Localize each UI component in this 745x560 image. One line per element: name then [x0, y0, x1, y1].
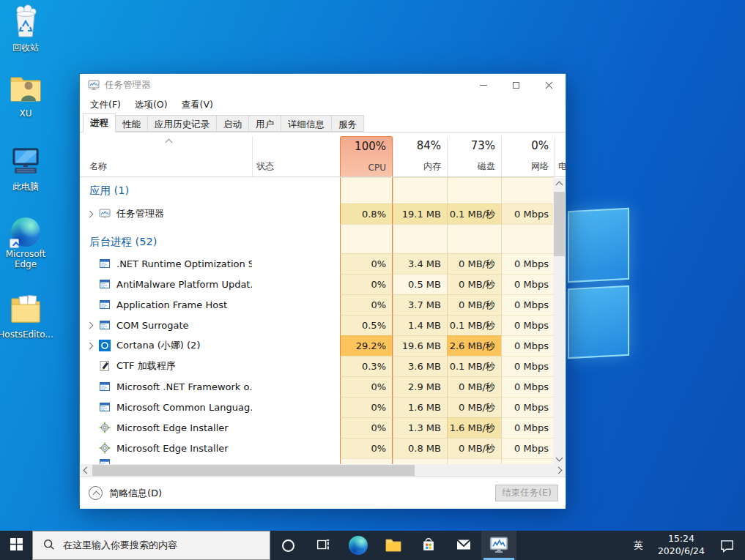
- name-cell: 应用 (1): [80, 177, 252, 204]
- status-cell: [252, 438, 340, 458]
- heat-cell-net: [501, 177, 555, 204]
- scroll-down-icon[interactable]: [556, 455, 563, 462]
- heat-cell-net: 0 Mbps: [501, 253, 555, 274]
- column-header-power-partial[interactable]: 电: [555, 136, 567, 176]
- heat-cell-mem: 1.3 MB: [393, 417, 447, 438]
- group-header-row[interactable]: 后台进程 (52): [80, 224, 555, 253]
- column-header-memory[interactable]: 84% 内存: [393, 136, 447, 176]
- process-row[interactable]: AntiMalware Platform Updat...0%0.5 MB0 M…: [80, 274, 555, 294]
- menu-options[interactable]: 选项(O): [135, 99, 168, 111]
- menu-view[interactable]: 查看(V): [182, 99, 213, 111]
- task-manager-taskbar-button[interactable]: [481, 531, 516, 560]
- partial-process-row: [80, 458, 555, 464]
- maximize-button[interactable]: [500, 74, 533, 96]
- desktop-icon-microsoft-edge[interactable]: Microsoft Edge: [0, 217, 51, 270]
- cortana-icon: [99, 340, 111, 351]
- store-taskbar-button[interactable]: [411, 531, 446, 560]
- menu-file[interactable]: 文件(F): [90, 99, 121, 111]
- heat-cell-net: 0 Mbps: [501, 335, 555, 356]
- tab-6[interactable]: 服务: [331, 115, 364, 132]
- expander-chevron-icon[interactable]: [86, 210, 94, 217]
- minimize-button[interactable]: [467, 74, 500, 96]
- end-task-button[interactable]: 结束任务(E): [495, 485, 558, 501]
- column-header-cpu[interactable]: 100% CPU: [340, 136, 393, 176]
- tab-strip: 进程性能应用历史记录启动用户详细信息服务: [80, 113, 566, 132]
- process-name: Microsoft Common Languag...: [116, 402, 252, 413]
- window-icon: [99, 278, 111, 290]
- scroll-up-icon[interactable]: [556, 182, 563, 189]
- windows-logo-icon: [10, 538, 23, 553]
- edge-icon: [11, 217, 40, 247]
- process-name: COM Surrogate: [116, 320, 189, 331]
- process-row[interactable]: COM Surrogate0.5%1.4 MB0.1 MB/秒0 Mbps: [80, 315, 555, 335]
- cortana-taskbar-button[interactable]: [270, 531, 305, 560]
- desktop-icon-recycle-bin[interactable]: 回收站: [0, 4, 51, 53]
- taskbar-clock[interactable]: 15:24 2020/6/24: [652, 533, 711, 558]
- heat-cell-mem: 0.8 MB: [393, 438, 447, 458]
- heat-cell-net: 0 Mbps: [501, 376, 555, 397]
- desktop-icon-this-pc[interactable]: 此电脑: [0, 145, 51, 192]
- tab-3[interactable]: 启动: [216, 115, 249, 132]
- tab-1[interactable]: 性能: [115, 115, 148, 132]
- tab-5[interactable]: 详细信息: [281, 115, 332, 132]
- file-explorer-taskbar-button[interactable]: [376, 531, 411, 560]
- clock-time: 15:24: [658, 533, 705, 545]
- process-row[interactable]: Microsoft Edge Installer0%0.8 MB0 MB/秒0 …: [80, 438, 555, 458]
- name-cell: Microsoft Edge Installer: [80, 417, 252, 438]
- action-center-button[interactable]: [711, 538, 745, 553]
- fewer-details-toggle[interactable]: 简略信息(D): [89, 486, 162, 500]
- process-row[interactable]: .NET Runtime Optimization S...0%3.4 MB0 …: [80, 253, 555, 274]
- desktop-icon-user-folder[interactable]: XU: [0, 73, 51, 119]
- process-row[interactable]: Microsoft Common Languag...0%1.6 MB0 MB/…: [80, 397, 555, 417]
- status-cell: [252, 458, 340, 464]
- process-row[interactable]: Microsoft Edge Installer0%1.3 MB1.6 MB/秒…: [80, 417, 555, 438]
- process-name: CTF 加载程序: [116, 359, 176, 373]
- scroll-right-icon[interactable]: [555, 467, 563, 474]
- desktop-icon-hosts-editor[interactable]: HostsEdito...: [0, 293, 51, 340]
- process-row[interactable]: 任务管理器0.8%19.1 MB0.1 MB/秒0 Mbps: [80, 204, 555, 224]
- edge-taskbar-button[interactable]: [341, 531, 376, 560]
- close-icon: [545, 81, 553, 89]
- start-button[interactable]: [0, 531, 32, 560]
- column-headers: 名称 状态 100% CPU 84% 内存 73% 磁盘 0% 网络 电: [80, 136, 566, 177]
- heat-cell-cpu: 0%: [340, 417, 393, 438]
- expander-chevron-icon[interactable]: [86, 342, 94, 349]
- column-header-name[interactable]: 名称: [80, 136, 252, 176]
- task-view-button[interactable]: [305, 531, 341, 560]
- process-row[interactable]: Cortana (小娜) (2)29.2%19.6 MB2.6 MB/秒0 Mb…: [80, 335, 555, 356]
- status-cell: [252, 335, 340, 356]
- tab-4[interactable]: 用户: [248, 115, 281, 132]
- status-cell: [252, 315, 340, 335]
- heat-cell-net: 0 Mbps: [501, 397, 555, 417]
- heat-cell-cpu: 0.8%: [340, 204, 393, 224]
- process-row[interactable]: Microsoft .NET Framework o...0%2.9 MB0 M…: [80, 376, 555, 397]
- taskbar-search-input[interactable]: 在这里输入你要搜索的内容: [32, 531, 270, 560]
- close-button[interactable]: [533, 74, 566, 96]
- desktop-icon-label: HostsEdito...: [0, 329, 53, 340]
- recycle-bin-icon: [10, 4, 42, 40]
- tab-0[interactable]: 进程: [83, 113, 116, 132]
- titlebar[interactable]: 任务管理器: [80, 74, 566, 96]
- vertical-scrollbar-thumb[interactable]: [554, 192, 565, 256]
- group-header-row[interactable]: 应用 (1): [80, 177, 555, 204]
- mail-taskbar-button[interactable]: [446, 531, 481, 560]
- column-header-status[interactable]: 状态: [252, 136, 340, 176]
- vertical-scrollbar[interactable]: [553, 178, 566, 465]
- process-name: AntiMalware Platform Updat...: [116, 279, 252, 290]
- heat-cell-cpu: [340, 177, 393, 204]
- ctf-icon: [99, 360, 111, 372]
- process-row[interactable]: Application Frame Host0%3.7 MB0 MB/秒0 Mb…: [80, 294, 555, 315]
- column-header-disk[interactable]: 73% 磁盘: [447, 136, 501, 176]
- tab-2[interactable]: 应用历史记录: [147, 115, 217, 132]
- group-label: 应用 (1): [87, 184, 129, 198]
- horizontal-scrollbar-thumb[interactable]: [92, 465, 415, 476]
- desktop-icon-label: XU: [19, 108, 31, 119]
- process-row[interactable]: CTF 加载程序0.3%3.6 MB0.1 MB/秒0 Mbps: [80, 356, 555, 376]
- process-name: Microsoft Edge Installer: [116, 443, 229, 454]
- app-window-icon: [99, 458, 111, 464]
- column-header-network[interactable]: 0% 网络: [501, 136, 555, 176]
- scroll-left-icon[interactable]: [84, 467, 91, 474]
- expander-chevron-icon[interactable]: [86, 321, 94, 329]
- horizontal-scrollbar[interactable]: [80, 464, 566, 477]
- language-indicator[interactable]: 英: [625, 539, 652, 552]
